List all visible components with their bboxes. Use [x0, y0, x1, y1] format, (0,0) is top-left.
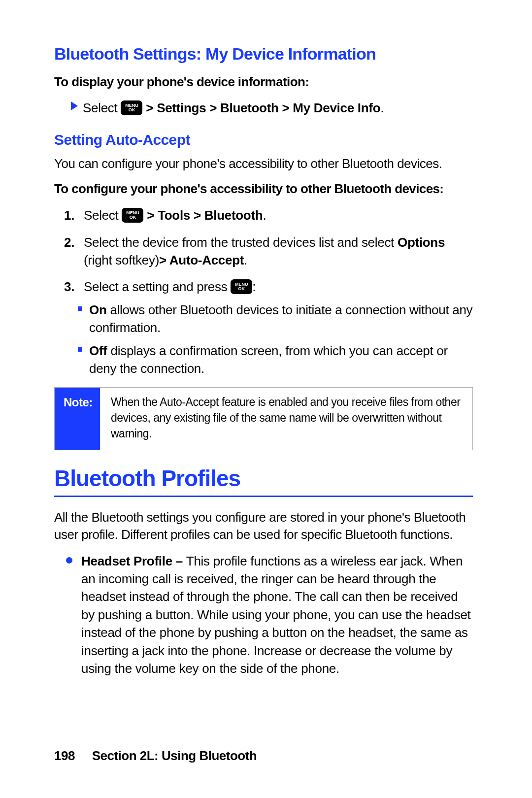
heading-device-info: Bluetooth Settings: My Device Informatio…: [54, 44, 473, 64]
subhead-display-info: To display your phone's device informati…: [54, 74, 473, 90]
menu-ok-key-icon: MENU OK: [121, 100, 142, 115]
section-title: Section 2L: Using Bluetooth: [92, 748, 257, 763]
menu-ok-key-icon: MENU OK: [122, 208, 143, 223]
instruction-select-devinfo: Select MENU OK > Settings > Bluetooth > …: [71, 100, 473, 117]
step-number: 3.: [64, 278, 84, 296]
step-1: 1. Select MENU OK > Tools > Bluetooth.: [64, 206, 473, 224]
page-number: 198: [54, 748, 75, 763]
subhead-configure: To configure your phone's accessibility …: [54, 181, 473, 197]
note-label: Note:: [55, 388, 100, 449]
menu-ok-key-icon: MENU OK: [231, 279, 252, 294]
page-footer: 198 Section 2L: Using Bluetooth: [54, 748, 257, 764]
option-off: Off displays a confirmation screen, from…: [78, 342, 473, 378]
section-rule: [54, 496, 473, 497]
note-body: When the Auto-Accept feature is enabled …: [100, 388, 472, 449]
paragraph-profiles-intro: All the Bluetooth settings you configure…: [54, 509, 473, 543]
heading-auto-accept: Setting Auto-Accept: [54, 132, 473, 148]
note-box: Note: When the Auto-Accept feature is en…: [54, 387, 473, 450]
triangle-bullet-icon: [71, 101, 78, 110]
manual-page: Bluetooth Settings: My Device Informatio…: [0, 0, 532, 798]
heading-bluetooth-profiles: Bluetooth Profiles: [54, 465, 473, 492]
step-number: 1.: [64, 206, 84, 224]
step-number: 2.: [64, 233, 84, 251]
step-3: 3. Select a setting and press MENU OK :: [64, 278, 473, 296]
path-device-info: > Settings > Bluetooth > My Device Info: [146, 100, 380, 115]
text-select: Select: [83, 100, 121, 115]
profile-headset: Headset Profile – This profile functions…: [66, 552, 473, 678]
square-bullet-icon: [78, 306, 82, 311]
dot-bullet-icon: [66, 557, 72, 564]
step-2: 2. Select the device from the trusted de…: [64, 233, 473, 269]
option-on: On allows other Bluetooth devices to ini…: [78, 301, 473, 337]
square-bullet-icon: [78, 347, 82, 352]
path-tools-bluetooth: > Tools > Bluetooth: [147, 208, 263, 223]
paragraph-configure-intro: You can configure your phone's accessibi…: [54, 155, 473, 172]
